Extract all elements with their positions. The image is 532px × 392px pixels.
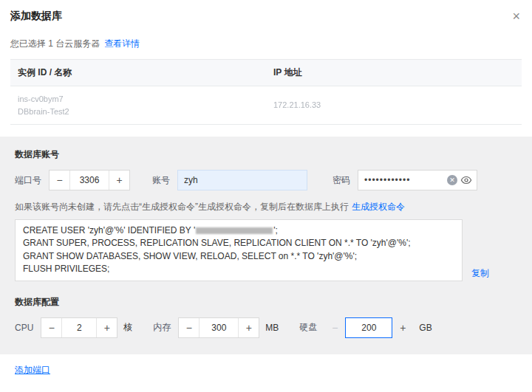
account-label: 账号: [152, 174, 170, 187]
cpu-stepper: − +: [41, 317, 117, 338]
memory-label: 内存: [153, 321, 171, 334]
password-label: 密码: [332, 174, 350, 187]
cpu-label: CPU: [15, 323, 33, 333]
add-port-link[interactable]: 添加端口: [15, 364, 50, 376]
disk-label: 硬盘: [299, 321, 317, 334]
redacted-password: [196, 227, 273, 234]
instance-name: DBbrain-Test2: [18, 106, 259, 118]
clear-icon[interactable]: ✕: [447, 175, 457, 185]
eye-icon[interactable]: [460, 174, 472, 186]
port-stepper: − +: [49, 170, 130, 190]
password-input[interactable]: [358, 170, 477, 190]
add-database-dialog: 添加数据库 × 您已选择 1 台云服务器查看详情 实例 ID / 名称 IP 地…: [0, 0, 532, 392]
cpu-plus-button[interactable]: +: [96, 318, 117, 337]
disk-input[interactable]: [345, 317, 392, 338]
disk-unit: GB: [419, 323, 432, 333]
disk-stepper: − +: [324, 317, 413, 338]
view-details-link[interactable]: 查看详情: [104, 38, 140, 49]
copy-link[interactable]: 复制: [471, 267, 489, 281]
disk-plus-button[interactable]: +: [392, 322, 413, 334]
cpu-minus-button[interactable]: −: [41, 318, 62, 337]
column-header-instance: 实例 ID / 名称: [10, 60, 266, 86]
account-input[interactable]: [177, 170, 307, 190]
disk-minus-button[interactable]: −: [324, 322, 345, 334]
port-minus-button[interactable]: −: [50, 171, 70, 190]
sql-line-1: CREATE USER 'zyh'@'%' IDENTIFIED BY '';: [23, 224, 454, 237]
port-input[interactable]: [70, 171, 109, 190]
account-section-title: 数据库账号: [15, 148, 517, 161]
instance-id: ins-cv0bym7: [18, 93, 259, 106]
sql-line-3: GRANT SHOW DATABASES, SHOW VIEW, RELOAD,…: [23, 250, 454, 263]
memory-stepper: − +: [178, 317, 259, 338]
sql-command-row: CREATE USER 'zyh'@'%' IDENTIFIED BY ''; …: [15, 219, 517, 281]
sql-line-4: FLUSH PRIVILEGES;: [23, 263, 454, 275]
dialog-header: 添加数据库 ×: [0, 0, 532, 30]
cpu-input[interactable]: [62, 318, 96, 337]
instance-ip: 172.21.16.33: [266, 86, 522, 125]
server-selection-line: 您已选择 1 台云服务器查看详情: [0, 30, 532, 58]
authorization-note: 如果该账号尚未创建，请先点击“生成授权命令”生成授权命令，复制后在数据库上执行生…: [15, 201, 517, 213]
page-title: 添加数据库: [10, 10, 62, 23]
table-row: ins-cv0bym7 DBbrain-Test2 172.21.16.33: [10, 86, 522, 125]
column-header-ip: IP 地址: [266, 60, 522, 86]
sql-command-box: CREATE USER 'zyh'@'%' IDENTIFIED BY ''; …: [15, 219, 463, 281]
sql-line-2: GRANT SUPER, PROCESS, REPLICATION SLAVE,…: [23, 237, 454, 250]
close-icon[interactable]: ×: [512, 10, 520, 23]
account-form-row: 端口号 − + 账号 密码 ✕: [15, 170, 517, 190]
server-selected-text: 您已选择 1 台云服务器: [10, 38, 100, 49]
memory-unit: MB: [265, 323, 279, 333]
port-label: 端口号: [15, 174, 41, 187]
config-section-title: 数据库配置: [15, 296, 517, 309]
port-plus-button[interactable]: +: [109, 171, 129, 190]
database-account-panel: 数据库账号 端口号 − + 账号 密码 ✕: [0, 137, 532, 354]
memory-plus-button[interactable]: +: [238, 318, 259, 337]
memory-input[interactable]: [200, 318, 238, 337]
password-field-wrap: ✕: [358, 170, 477, 190]
note-text: 如果该账号尚未创建，请先点击“生成授权命令”生成授权命令，复制后在数据库上执行: [15, 202, 349, 212]
cpu-unit: 核: [123, 321, 132, 334]
config-form-row: CPU − + 核 内存 − + MB 硬盘 − + GB: [15, 317, 517, 338]
instance-table: 实例 ID / 名称 IP 地址 ins-cv0bym7 DBbrain-Tes…: [10, 59, 522, 125]
memory-minus-button[interactable]: −: [179, 318, 200, 337]
table-header-row: 实例 ID / 名称 IP 地址: [10, 60, 522, 86]
generate-auth-command-link[interactable]: 生成授权命令: [352, 202, 405, 212]
